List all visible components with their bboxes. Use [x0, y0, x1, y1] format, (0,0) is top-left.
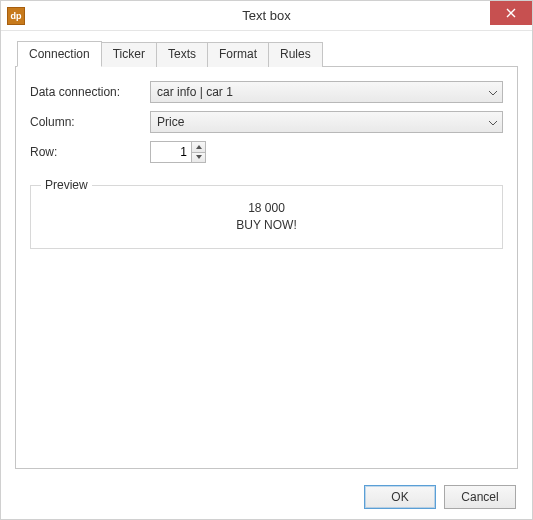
row-column: Column: Price — [30, 111, 503, 133]
tab-format[interactable]: Format — [207, 42, 269, 67]
spinner-buttons — [192, 141, 206, 163]
caret-up-icon — [196, 145, 202, 149]
app-icon: dp — [7, 7, 25, 25]
dialog-button-row: OK Cancel — [1, 479, 532, 519]
caret-down-icon — [196, 155, 202, 159]
select-data-connection[interactable]: car info | car 1 — [150, 81, 503, 103]
tab-texts[interactable]: Texts — [156, 42, 208, 67]
label-column: Column: — [30, 115, 150, 129]
input-row[interactable] — [150, 141, 192, 163]
row-row: Row: — [30, 141, 503, 163]
window-title: Text box — [1, 8, 532, 23]
legend-preview: Preview — [41, 178, 92, 192]
select-data-connection-value: car info | car 1 — [150, 81, 503, 103]
preview-text: 18 000 BUY NOW! — [39, 200, 494, 234]
tab-strip: Connection Ticker Texts Format Rules — [17, 42, 518, 67]
ok-button[interactable]: OK — [364, 485, 436, 509]
select-column[interactable]: Price — [150, 111, 503, 133]
spinner-down-button[interactable] — [192, 153, 205, 163]
close-icon — [506, 8, 516, 18]
tab-rules[interactable]: Rules — [268, 42, 323, 67]
label-row: Row: — [30, 145, 150, 159]
tab-connection[interactable]: Connection — [17, 41, 102, 67]
cancel-button[interactable]: Cancel — [444, 485, 516, 509]
spinner-up-button[interactable] — [192, 142, 205, 153]
dialog-content: Connection Ticker Texts Format Rules Dat… — [1, 31, 532, 479]
select-column-value: Price — [150, 111, 503, 133]
spinner-row — [150, 141, 206, 163]
tab-ticker[interactable]: Ticker — [101, 42, 157, 67]
titlebar: dp Text box — [1, 1, 532, 31]
label-data-connection: Data connection: — [30, 85, 150, 99]
fieldset-preview: Preview 18 000 BUY NOW! — [30, 185, 503, 249]
row-data-connection: Data connection: car info | car 1 — [30, 81, 503, 103]
close-button[interactable] — [490, 1, 532, 25]
tab-panel-connection: Data connection: car info | car 1 Column… — [15, 66, 518, 469]
